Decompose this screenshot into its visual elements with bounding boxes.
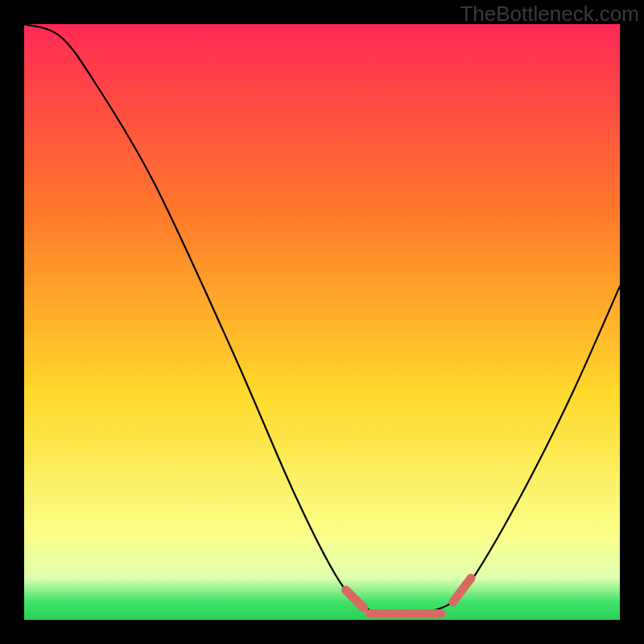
svg-rect-0 (24, 24, 620, 620)
chart-frame (24, 24, 620, 620)
chart-gradient-background (24, 24, 620, 620)
watermark-text: TheBottleneck.com (460, 2, 639, 27)
